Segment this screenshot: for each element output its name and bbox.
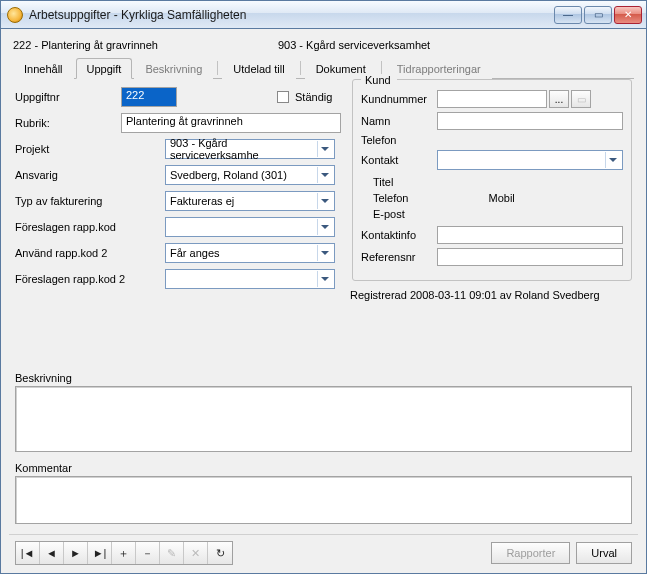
chevron-down-icon	[317, 193, 332, 209]
fakturering-label: Typ av fakturering	[15, 195, 135, 207]
projekt-select[interactable]: 903 - Kgård serviceverksamhe	[165, 139, 335, 159]
client-area: 222 - Plantering åt gravrinneh 903 - Kgå…	[1, 29, 646, 573]
kund-doc-button[interactable]: ▭	[571, 90, 591, 108]
breadcrumb: 222 - Plantering åt gravrinneh 903 - Kgå…	[13, 39, 634, 51]
breadcrumb-right: 903 - Kgård serviceverksamhet	[278, 39, 430, 51]
projekt-value: 903 - Kgård serviceverksamhe	[170, 137, 317, 161]
chevron-down-icon	[605, 152, 620, 168]
standig-label: Ständig	[295, 91, 332, 103]
kund-groupbox: Kund Kundnummer ... ▭ Namn Telefon	[352, 79, 632, 281]
titel-label: Titel	[373, 174, 623, 190]
nav-prev-button[interactable]: ◄	[40, 542, 64, 564]
kontakt-select[interactable]	[437, 150, 623, 170]
maximize-button[interactable]: ▭	[584, 6, 612, 24]
uppgiftnr-input[interactable]: 222	[121, 87, 177, 107]
nav-first-button[interactable]: |◄	[16, 542, 40, 564]
nav-cancel-button[interactable]: ✕	[184, 542, 208, 564]
anvand2-value: Får anges	[170, 247, 220, 259]
nav-edit-button[interactable]: ✎	[160, 542, 184, 564]
minimize-button[interactable]: —	[554, 6, 582, 24]
chevron-down-icon	[317, 219, 332, 235]
telefon-label: Telefon	[361, 134, 437, 146]
close-button[interactable]: ✕	[614, 6, 642, 24]
foreslagen2-label: Föreslagen rapp.kod 2	[15, 273, 135, 285]
nav-last-button[interactable]: ►|	[88, 542, 112, 564]
chevron-down-icon	[317, 245, 332, 261]
fakturering-value: Faktureras ej	[170, 195, 234, 207]
kund-legend: Kund	[361, 74, 397, 86]
chevron-down-icon	[317, 271, 332, 287]
kontaktinfo-input[interactable]	[437, 226, 623, 244]
standig-checkbox[interactable]	[277, 91, 289, 103]
chevron-down-icon	[317, 167, 332, 183]
mobil-label: Mobil	[488, 190, 514, 206]
titlebar: Arbetsuppgifter - Kyrkliga Samfällighete…	[1, 1, 646, 29]
tab-divider	[217, 61, 218, 75]
breadcrumb-left: 222 - Plantering åt gravrinneh	[13, 39, 158, 51]
rapporter-button[interactable]: Rapporter	[491, 542, 570, 564]
nav-add-button[interactable]: ＋	[112, 542, 136, 564]
rubrik-label: Rubrik:	[15, 117, 121, 129]
namn-input[interactable]	[437, 112, 623, 130]
tab-uppgift[interactable]: Uppgift	[76, 58, 133, 79]
foreslagen1-label: Föreslagen rapp.kod	[15, 221, 135, 233]
tab-innehall[interactable]: Innehåll	[13, 58, 74, 79]
chevron-down-icon	[317, 141, 332, 157]
record-navigator: |◄ ◄ ► ►| ＋ － ✎ ✕ ↻	[15, 541, 233, 565]
anvand2-label: Använd rapp.kod 2	[15, 247, 135, 259]
nav-delete-button[interactable]: －	[136, 542, 160, 564]
kommentar-section: Kommentar	[15, 462, 632, 524]
kommentar-textarea[interactable]	[15, 476, 632, 524]
referensnr-input[interactable]	[437, 248, 623, 266]
projekt-label: Projekt	[15, 143, 135, 155]
kontaktinfo-label: Kontaktinfo	[361, 229, 437, 241]
epost-label: E-post	[373, 206, 623, 222]
beskrivning-label: Beskrivning	[15, 372, 632, 384]
kontakt-label: Kontakt	[361, 154, 437, 166]
tab-tidrapport[interactable]: Tidrapporteringar	[386, 58, 492, 79]
kommentar-label: Kommentar	[15, 462, 632, 474]
tab-divider	[300, 61, 301, 75]
referensnr-label: Referensnr	[361, 251, 437, 263]
anvand2-select[interactable]: Får anges	[165, 243, 335, 263]
ansvarig-value: Svedberg, Roland (301)	[170, 169, 287, 181]
uppgiftnr-label: Uppgiftnr	[15, 91, 121, 103]
rubrik-input[interactable]: Plantering åt gravrinneh	[121, 113, 341, 133]
tab-divider	[381, 61, 382, 75]
kundnummer-input[interactable]	[437, 90, 547, 108]
app-icon	[7, 7, 23, 23]
window-title: Arbetsuppgifter - Kyrkliga Samfällighete…	[29, 8, 246, 22]
form-area: Uppgiftnr 222 Ständig Rubrik: Plantering…	[9, 79, 638, 372]
beskrivning-textarea[interactable]	[15, 386, 632, 452]
ansvarig-select[interactable]: Svedberg, Roland (301)	[165, 165, 335, 185]
ktelefon-label: Telefon	[373, 190, 408, 206]
urval-button[interactable]: Urval	[576, 542, 632, 564]
kundnummer-label: Kundnummer	[361, 93, 437, 105]
kund-lookup-button[interactable]: ...	[549, 90, 569, 108]
tab-utdelad[interactable]: Utdelad till	[222, 58, 295, 79]
namn-label: Namn	[361, 115, 437, 127]
registered-info: Registrerad 2008-03-11 09:01 av Roland S…	[350, 289, 630, 301]
kontakt-details: Titel Telefon Mobil E-post	[361, 174, 623, 222]
nav-next-button[interactable]: ►	[64, 542, 88, 564]
beskrivning-section: Beskrivning	[15, 372, 632, 452]
left-column: Uppgiftnr 222 Ständig Rubrik: Plantering…	[15, 87, 355, 289]
tabbar: Innehåll Uppgift Beskrivning Utdelad til…	[13, 57, 634, 79]
bottom-toolbar: |◄ ◄ ► ►| ＋ － ✎ ✕ ↻ Rapporter Urval	[9, 534, 638, 565]
tab-beskrivning[interactable]: Beskrivning	[134, 58, 213, 79]
nav-refresh-button[interactable]: ↻	[208, 542, 232, 564]
ansvarig-label: Ansvarig	[15, 169, 135, 181]
app-window: Arbetsuppgifter - Kyrkliga Samfällighete…	[0, 0, 647, 574]
foreslagen1-select[interactable]	[165, 217, 335, 237]
foreslagen2-select[interactable]	[165, 269, 335, 289]
fakturering-select[interactable]: Faktureras ej	[165, 191, 335, 211]
